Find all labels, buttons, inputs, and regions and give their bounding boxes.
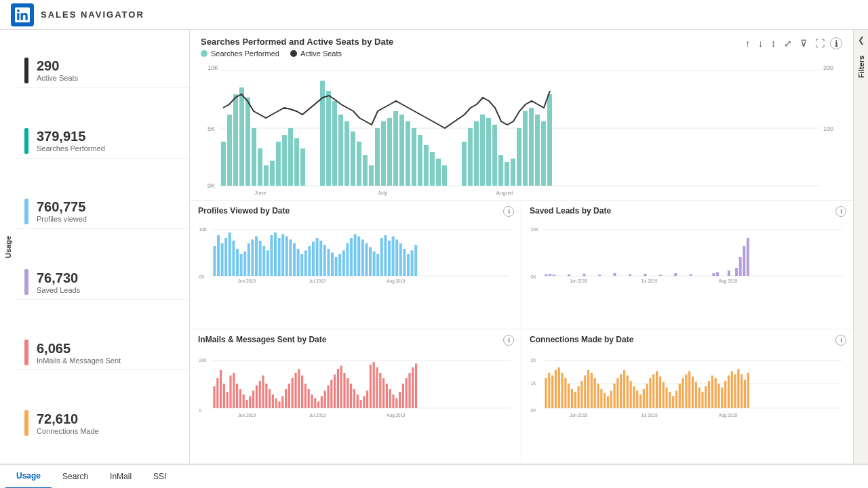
svg-rect-105 [361,239,364,276]
svg-rect-192 [340,365,342,407]
main-chart-svg: 10K 5K 0K 200 100 [201,60,842,196]
svg-rect-176 [288,384,290,408]
stat-color-bar-profiles [24,199,28,224]
svg-rect-251 [630,380,632,407]
toolbar-filter[interactable]: ⊽ [797,37,810,50]
svg-text:100: 100 [823,125,833,132]
tab-ssi[interactable]: SSI [142,464,177,488]
toolbar-sort-both[interactable]: ↕ [768,37,778,50]
saved-leads-chart-svg: 20K 0K [530,217,845,291]
tab-search[interactable]: Search [52,464,99,488]
toolbar-sort-asc[interactable]: ↑ [743,37,753,50]
svg-rect-129 [553,274,555,276]
profiles-chart-svg: 10K 0K [198,217,513,291]
svg-text:Aug 2019: Aug 2019 [387,412,406,418]
svg-text:Jul 2019: Jul 2019 [309,412,326,417]
chart-legend: Searches Performed Active Seats [201,49,393,58]
svg-text:Jul 2019: Jul 2019 [641,412,658,417]
svg-rect-271 [695,382,697,407]
svg-rect-132 [598,274,601,276]
svg-rect-178 [294,373,296,408]
svg-rect-85 [285,237,288,276]
stat-value: 6,065 [37,341,121,357]
tab-inmail[interactable]: InMail [99,464,142,488]
inmails-chart-card: InMails & Messages Sent by Date ℹ 200 0 [190,329,521,464]
svg-rect-190 [334,374,336,408]
svg-rect-174 [281,396,283,408]
svg-text:200: 200 [823,64,833,71]
svg-rect-183 [311,394,313,408]
svg-rect-198 [359,400,361,408]
svg-rect-9 [227,115,232,186]
toolbar-sort-desc[interactable]: ↓ [755,37,766,50]
svg-rect-261 [663,382,665,407]
svg-rect-112 [388,241,391,276]
toolbar-expand[interactable]: ⤢ [781,37,795,50]
svg-rect-233 [571,389,573,408]
svg-rect-283 [734,374,736,408]
svg-rect-280 [724,380,726,407]
stat-item-profiles: 760,775 Profiles viewed [16,195,189,229]
svg-rect-246 [613,383,615,407]
svg-rect-237 [584,375,586,407]
svg-rect-139 [712,273,715,276]
tab-usage[interactable]: Usage [5,464,52,488]
svg-rect-54 [529,108,534,186]
stat-item-connections: 72,610 Connections Made [16,406,189,440]
info-icon-leads[interactable]: ℹ [835,206,846,217]
svg-rect-180 [301,375,303,408]
svg-rect-34 [393,111,398,186]
svg-rect-12 [245,98,250,186]
svg-rect-91 [308,246,311,276]
svg-rect-43 [462,142,467,186]
chart-toolbar: ↑ ↓ ↕ ⤢ ⊽ ⛶ ℹ [743,37,842,50]
svg-rect-235 [578,386,580,408]
stat-value: 76,730 [37,270,80,286]
svg-rect-47 [486,118,491,186]
info-icon-inmails[interactable]: ℹ [503,335,514,346]
svg-rect-265 [675,390,677,408]
svg-rect-162 [243,394,245,408]
toolbar-fullscreen[interactable]: ⛶ [812,37,827,50]
svg-rect-86 [289,239,292,276]
sub-chart-title-leads: Saved Leads by Date [530,206,845,216]
svg-rect-277 [715,378,717,407]
svg-rect-142 [735,268,738,276]
toolbar-info[interactable]: ℹ [830,37,842,49]
info-icon-connections[interactable]: ℹ [835,335,846,346]
svg-rect-40 [430,152,435,186]
collapse-icon[interactable]: ❮ [858,35,865,45]
svg-rect-84 [281,234,284,276]
svg-rect-23 [326,91,331,186]
filters-label[interactable]: Filters [857,56,865,78]
main-chart-svg-container: 10K 5K 0K 200 100 [201,60,842,196]
svg-rect-102 [350,238,353,276]
svg-rect-226 [548,372,550,407]
svg-rect-11 [239,87,244,186]
svg-rect-89 [300,254,303,276]
svg-rect-262 [665,387,667,407]
svg-rect-30 [369,165,374,186]
svg-rect-21 [300,148,305,186]
svg-text:0K: 0K [531,274,537,279]
svg-rect-200 [366,390,368,408]
info-icon-profiles[interactable]: ℹ [503,206,514,217]
svg-rect-75 [248,243,250,276]
profiles-viewed-chart-card: Profiles Viewed by Date ℹ 10K 0K [190,201,521,329]
svg-rect-184 [314,398,316,407]
svg-rect-19 [288,128,293,186]
svg-rect-114 [395,239,398,276]
svg-text:200: 200 [199,358,207,363]
svg-rect-249 [623,369,625,407]
svg-rect-66 [213,246,216,276]
svg-rect-109 [376,254,379,276]
svg-rect-138 [690,274,692,276]
svg-rect-267 [682,378,684,407]
right-sidebar: ❮ Filters [853,30,868,464]
svg-rect-131 [583,274,586,276]
svg-rect-229 [558,367,560,407]
svg-rect-163 [245,400,248,408]
svg-rect-281 [728,375,730,407]
svg-rect-155 [220,370,222,408]
svg-rect-71 [232,241,235,276]
